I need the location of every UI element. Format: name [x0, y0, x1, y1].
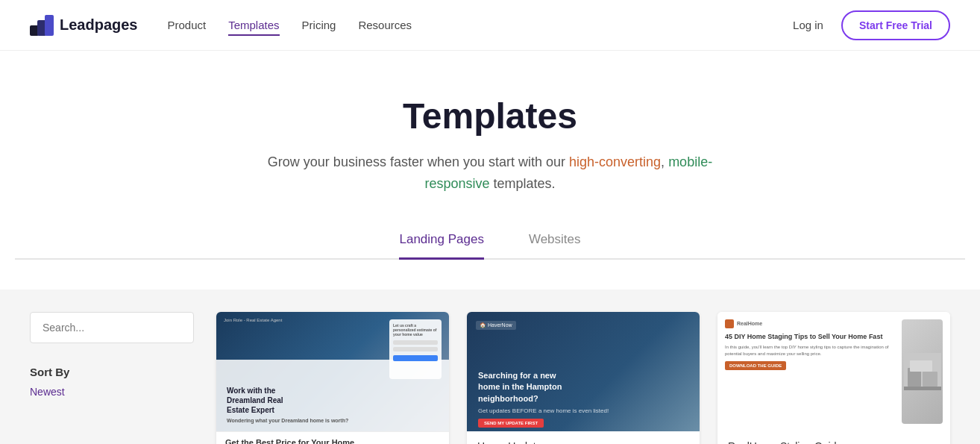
card-3-logo: RealHome — [725, 319, 896, 328]
card-1-footer-title: Get the Best Price for Your Home — [225, 438, 440, 444]
svg-rect-2 — [45, 15, 54, 36]
nav-item-pricing[interactable]: Pricing — [302, 19, 336, 32]
hero-section: Templates Grow your business faster when… — [0, 51, 980, 290]
sidebar: Sort By Newest — [30, 312, 194, 444]
logo[interactable]: Leadpages — [30, 15, 137, 36]
card-title-3: RealHome Styling Guide — [717, 431, 950, 444]
tab-landing-pages[interactable]: Landing Pages — [399, 232, 483, 260]
card-title-2: Home Updates — [467, 431, 700, 444]
hero-subtitle: Grow your business faster when you start… — [259, 151, 721, 195]
subtitle-text-2: , — [661, 154, 668, 169]
room-illustration — [904, 353, 941, 390]
content-area: Sort By Newest Let us craft a personaliz… — [0, 290, 980, 444]
sort-label: Sort By — [30, 366, 194, 378]
card-1-text: Work with theDreamland RealEstate Expert… — [224, 386, 442, 424]
card-1-footer: Get the Best Price for Your Home Find th… — [216, 431, 449, 444]
navbar: Leadpages Product Templates Pricing Reso… — [0, 0, 980, 51]
nav-item-product[interactable]: Product — [167, 19, 206, 32]
card-1-badge: Join Role - Real Estate Agent — [224, 318, 282, 322]
card-3-right-image — [902, 319, 943, 424]
svg-rect-6 — [910, 360, 932, 372]
card-2-badge: 🏠 HaverNow — [476, 321, 516, 330]
card-2-button: SEND MY UPDATE FIRST — [478, 419, 544, 428]
nav-item-templates[interactable]: Templates — [228, 19, 279, 32]
card-image-2: 🏠 HaverNow Searching for a newhome in th… — [467, 312, 700, 431]
tab-websites[interactable]: Websites — [529, 232, 581, 260]
tabs-container: Landing Pages Websites — [15, 217, 965, 260]
card-3-download-btn: DOWNLOAD THE GUIDE — [725, 361, 786, 370]
card-3-left: RealHome 45 DIY Home Staging Tips to Sel… — [725, 319, 896, 424]
card-2-text: Searching for a newhome in the Hamptonne… — [478, 370, 688, 416]
svg-rect-7 — [904, 387, 941, 390]
logo-icon — [30, 15, 54, 36]
template-card-2[interactable]: 🏠 HaverNow Searching for a newhome in th… — [467, 312, 700, 444]
card-3-title: 45 DIY Home Staging Tips to Sell Your Ho… — [725, 333, 896, 342]
nav-links: Product Templates Pricing Resources — [167, 19, 793, 32]
template-card-1[interactable]: Let us craft a personalized estimate of … — [216, 312, 449, 444]
card-image-1: Let us craft a personalized estimate of … — [216, 312, 449, 431]
trial-button[interactable]: Start Free Trial — [841, 10, 950, 40]
hero-title: Templates — [15, 96, 965, 137]
nav-right: Log in Start Free Trial — [793, 10, 950, 40]
template-card-3[interactable]: RealHome 45 DIY Home Staging Tips to Sel… — [717, 312, 950, 444]
nav-item-resources[interactable]: Resources — [358, 19, 412, 32]
subtitle-highlight-1: high-converting — [569, 154, 661, 169]
subtitle-text-1: Grow your business faster when you start… — [268, 154, 569, 169]
search-input[interactable] — [30, 312, 194, 343]
cards-grid: Let us craft a personalized estimate of … — [216, 312, 950, 444]
sort-option-newest[interactable]: Newest — [30, 386, 194, 398]
subtitle-text-3: templates. — [490, 176, 556, 191]
card-overlay-form: Let us craft a personalized estimate of … — [389, 319, 442, 379]
svg-rect-5 — [923, 372, 937, 387]
brand-name: Leadpages — [60, 16, 137, 34]
card-image-3: RealHome 45 DIY Home Staging Tips to Sel… — [717, 312, 950, 431]
login-link[interactable]: Log in — [793, 19, 823, 31]
card-3-body: In this guide, you'll learn the top DIY … — [725, 344, 896, 357]
